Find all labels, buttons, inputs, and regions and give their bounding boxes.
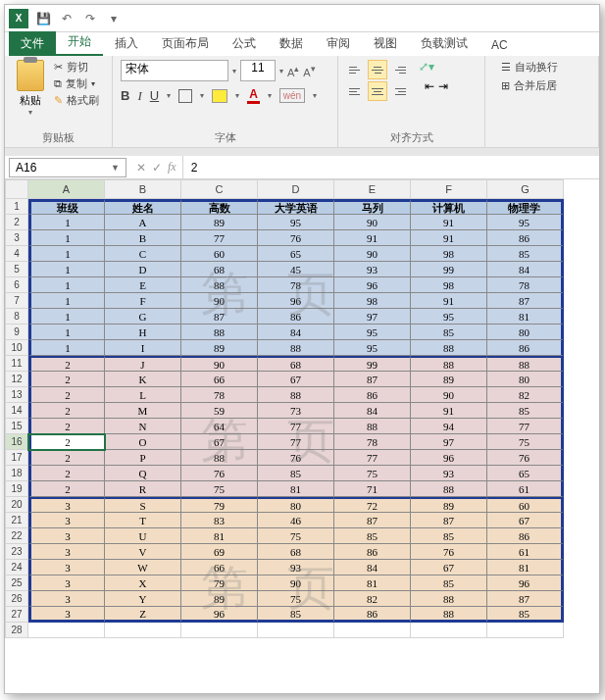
cell[interactable]: 88 — [487, 356, 564, 372]
phonetic-button[interactable]: wén — [279, 88, 305, 103]
font-color-button[interactable]: A — [247, 87, 260, 104]
save-icon[interactable]: 💾 — [34, 10, 52, 27]
row-header[interactable]: 5 — [5, 262, 28, 277]
cell[interactable]: 88 — [411, 481, 487, 497]
cell[interactable] — [28, 623, 105, 638]
cell[interactable]: 88 — [181, 277, 258, 293]
font-size-select[interactable]: 11 — [240, 60, 276, 81]
cell[interactable]: 1 — [28, 325, 105, 340]
cell[interactable]: 1 — [28, 340, 105, 356]
cell[interactable]: 75 — [258, 528, 334, 544]
cell[interactable]: 98 — [411, 246, 487, 262]
cell[interactable]: 3 — [28, 497, 105, 513]
row-header[interactable]: 3 — [5, 230, 28, 246]
namebox-dropdown-icon[interactable]: ▼ — [111, 163, 120, 173]
cell[interactable]: 98 — [411, 277, 487, 293]
cell[interactable]: 1 — [28, 309, 105, 325]
cell[interactable] — [105, 623, 181, 638]
cell[interactable]: 姓名 — [105, 199, 181, 215]
cell[interactable]: 78 — [334, 434, 411, 450]
cell[interactable]: 95 — [487, 215, 564, 230]
row-header[interactable]: 16 — [5, 434, 28, 450]
cell[interactable]: 2 — [28, 403, 105, 419]
cell[interactable]: 3 — [28, 528, 105, 544]
row-header[interactable]: 15 — [5, 419, 28, 434]
formula-input[interactable]: 2 — [183, 161, 599, 175]
cell[interactable]: 84 — [487, 262, 564, 277]
cell[interactable]: 67 — [411, 560, 487, 575]
align-left[interactable] — [346, 81, 366, 101]
cell[interactable]: 96 — [487, 575, 564, 591]
cell[interactable]: 90 — [258, 575, 334, 591]
cell[interactable]: 81 — [487, 309, 564, 325]
cell[interactable]: L — [105, 387, 181, 403]
tab-view[interactable]: 视图 — [362, 31, 409, 56]
cell[interactable]: 81 — [334, 575, 411, 591]
cell[interactable] — [181, 623, 258, 638]
cell[interactable]: A — [105, 215, 181, 230]
cell[interactable]: 1 — [28, 262, 105, 277]
cell[interactable]: 87 — [487, 293, 564, 309]
cell[interactable]: 88 — [181, 325, 258, 340]
cell[interactable]: 78 — [487, 277, 564, 293]
row-header[interactable]: 21 — [5, 513, 28, 528]
row-header[interactable]: 9 — [5, 325, 28, 340]
cell[interactable]: E — [105, 277, 181, 293]
tab-page-layout[interactable]: 页面布局 — [150, 31, 221, 56]
cell[interactable]: 79 — [181, 497, 258, 513]
cell[interactable]: 77 — [334, 450, 411, 466]
cell[interactable]: X — [105, 575, 181, 591]
tab-data[interactable]: 数据 — [268, 31, 315, 56]
cell[interactable]: 99 — [334, 356, 411, 372]
cell[interactable]: 80 — [258, 497, 334, 513]
cell[interactable]: 66 — [181, 372, 258, 387]
cell[interactable]: 65 — [258, 246, 334, 262]
cell[interactable]: 1 — [28, 293, 105, 309]
cell[interactable]: 89 — [181, 591, 258, 607]
cut-button[interactable]: ✂剪切 — [54, 60, 99, 75]
cell[interactable]: 59 — [181, 403, 258, 419]
undo-icon[interactable]: ↶ — [58, 10, 76, 27]
row-header[interactable]: 23 — [5, 544, 28, 560]
cell[interactable]: 86 — [334, 544, 411, 560]
cell[interactable]: 97 — [334, 309, 411, 325]
tab-file[interactable]: 文件 — [9, 31, 56, 56]
align-top-left[interactable] — [346, 60, 366, 79]
cell[interactable]: 88 — [258, 387, 334, 403]
cell[interactable]: 76 — [258, 230, 334, 246]
cell[interactable]: 89 — [181, 215, 258, 230]
paste-button[interactable]: 粘贴 ▾ — [13, 60, 48, 117]
cell[interactable]: 64 — [181, 419, 258, 434]
cell[interactable] — [487, 623, 564, 638]
cell[interactable]: 85 — [411, 575, 487, 591]
cell[interactable]: 87 — [181, 309, 258, 325]
cell[interactable]: B — [105, 230, 181, 246]
cell[interactable]: 3 — [28, 560, 105, 575]
cell[interactable]: 2 — [28, 356, 105, 372]
cell[interactable]: 71 — [334, 481, 411, 497]
cell[interactable]: 86 — [334, 387, 411, 403]
cell[interactable]: 88 — [334, 419, 411, 434]
cell[interactable]: 87 — [334, 372, 411, 387]
copy-button[interactable]: ⧉复制▾ — [54, 76, 99, 91]
row-header[interactable]: 18 — [5, 466, 28, 481]
cell[interactable]: 2 — [28, 450, 105, 466]
row-header[interactable]: 12 — [5, 372, 28, 387]
cell[interactable]: 60 — [181, 246, 258, 262]
cell[interactable]: 84 — [258, 325, 334, 340]
cell[interactable]: 85 — [411, 325, 487, 340]
cell[interactable]: 60 — [487, 497, 564, 513]
cell[interactable]: 99 — [411, 262, 487, 277]
cell[interactable]: 68 — [258, 544, 334, 560]
cell[interactable]: 76 — [411, 544, 487, 560]
name-box[interactable]: A16 ▼ — [9, 158, 126, 177]
cell[interactable]: 81 — [258, 481, 334, 497]
cell[interactable]: 85 — [487, 403, 564, 419]
cell[interactable]: D — [105, 262, 181, 277]
cell[interactable]: 76 — [181, 466, 258, 481]
row-header[interactable]: 28 — [5, 623, 28, 638]
italic-button[interactable]: I — [137, 88, 141, 104]
row-header[interactable]: 8 — [5, 309, 28, 325]
cell[interactable]: 87 — [487, 591, 564, 607]
font-name-select[interactable]: 宋体 — [121, 60, 228, 81]
